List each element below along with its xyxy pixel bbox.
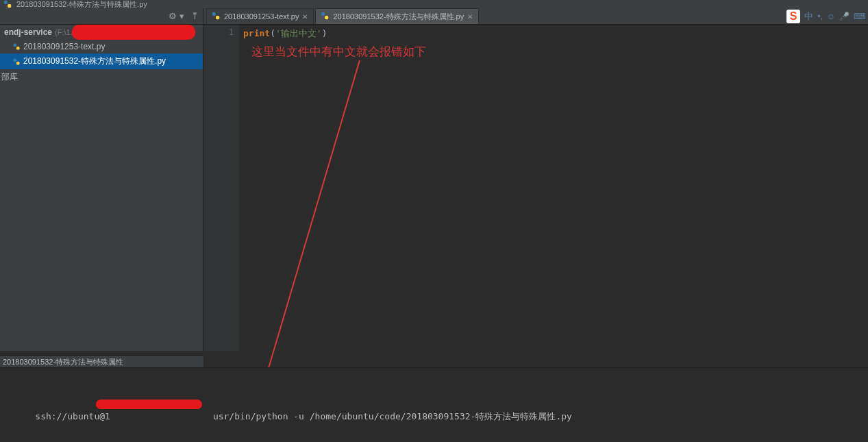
breadcrumb: 201803091532-特殊方法与特殊属性.py [0,0,868,8]
ime-smiley-icon[interactable]: ☺ [827,12,835,21]
code-plain: ) [322,28,327,38]
project-root-name: endj-service [4,27,52,37]
external-libraries[interactable]: 部库 [0,69,203,85]
redaction-mark [72,25,195,40]
tab-text-py[interactable]: 201803091253-text.py ✕ [206,8,314,24]
tab-label: 201803091253-text.py [224,12,299,21]
ime-indicator: S 中 •, ☺ 🎤 ⌨ [784,8,868,25]
project-root[interactable]: endj-service (F:\1... [0,25,203,40]
svg-rect-4 [321,12,325,16]
console-text: usr/bin/python -u /home/ubuntu/code/2018… [213,411,572,421]
code-plain: ( [270,28,275,38]
svg-rect-7 [16,47,20,50]
svg-rect-1 [8,4,11,8]
svg-rect-9 [16,62,20,65]
editor-tabs: 201803091253-text.py ✕ 201803091532-特殊方法… [203,8,480,24]
tree-item-text-py[interactable]: 201803091253-text.py [0,40,203,53]
editor-area[interactable]: 1 print('输出中文') 这里当文件中有中文就会报错如下 [203,25,868,351]
svg-rect-2 [212,12,216,16]
svg-rect-5 [325,16,328,19]
code-line-1[interactable]: print('输出中文') [243,27,868,40]
tree-item-special-py[interactable]: 201803091532-特殊方法与特殊属性.py [0,53,203,69]
code-body[interactable]: print('输出中文') 这里当文件中有中文就会报错如下 [239,25,868,351]
python-file-icon [211,11,221,22]
project-sidebar[interactable]: endj-service (F:\1... 201803091253-text.… [0,25,203,351]
close-icon[interactable]: ✕ [467,13,473,21]
annotation-arrow-icon [264,60,435,389]
svg-line-11 [265,60,360,380]
code-string: '输出中文' [275,28,322,38]
line-number: 1 [203,27,234,37]
gear-icon[interactable]: ⚙ ▾ [169,11,184,21]
project-panel-toolbar: ⚙ ▾ ⤒ [0,8,203,24]
python-file-icon [12,58,21,66]
run-tab-label[interactable]: 201803091532-特殊方法与特殊属性 [0,355,203,367]
python-file-icon [320,11,330,22]
gutter: 1 [203,25,239,351]
close-icon[interactable]: ✕ [302,13,308,21]
ime-mic-icon[interactable]: 🎤 [839,12,850,21]
svg-rect-8 [14,58,17,62]
toolbar-row: ⚙ ▾ ⤒ 201803091253-text.py ✕ 20180309153… [0,8,868,25]
ime-punct-icon[interactable]: •, [817,12,823,21]
ime-lang-label[interactable]: 中 [804,10,813,23]
tab-label: 201803091532-特殊方法与特殊属性.py [333,12,464,22]
ime-keyboard-icon[interactable]: ⌨ [854,12,865,21]
annotation-text: 这里当文件中有中文就会报错如下 [251,44,426,60]
redaction-mark [96,400,202,409]
run-console[interactable]: ssh://ubuntu@1usr/bin/python -u /home/ub… [0,367,868,442]
console-line-1: ssh://ubuntu@1usr/bin/python -u /home/ub… [14,397,868,442]
sogou-ime-icon[interactable]: S [786,10,800,23]
tab-special-py[interactable]: 201803091532-特殊方法与特殊属性.py ✕ [315,8,479,24]
svg-rect-3 [216,16,219,19]
collapse-icon[interactable]: ⤒ [191,11,199,21]
tree-item-label: 201803091532-特殊方法与特殊属性.py [23,56,166,67]
tree-item-label: 201803091253-text.py [23,42,105,51]
console-text: ssh://ubuntu@1 [35,411,110,421]
python-file-icon [12,42,21,51]
svg-rect-0 [4,1,8,4]
code-keyword: print [243,28,270,38]
svg-rect-6 [14,44,17,47]
